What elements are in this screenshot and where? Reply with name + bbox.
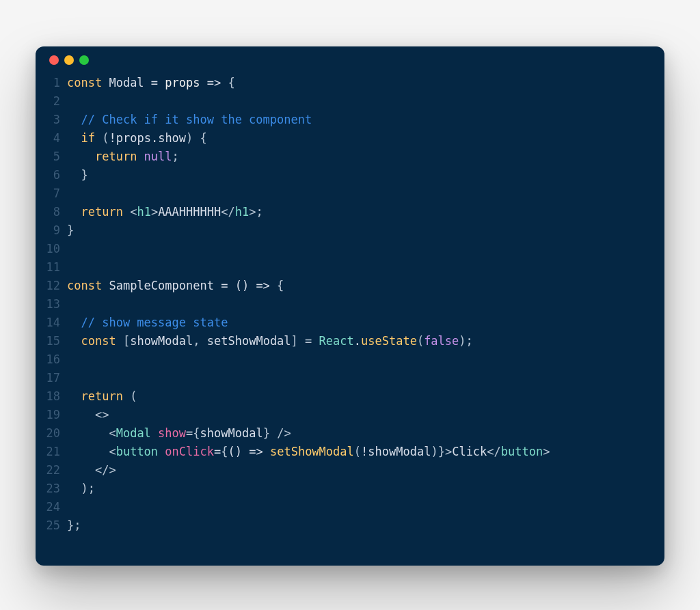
code-line[interactable]: );: [67, 480, 550, 498]
line-number: 25: [41, 516, 60, 535]
code-line[interactable]: <>: [67, 406, 550, 424]
line-number: 5: [41, 148, 60, 166]
line-number: 18: [41, 387, 60, 406]
line-number-gutter: 1234567891011121314151617181920212223242…: [41, 74, 63, 535]
code-line[interactable]: [67, 240, 550, 258]
code-line[interactable]: const SampleComponent = () => {: [67, 277, 550, 295]
line-number: 15: [41, 332, 60, 350]
code-line[interactable]: };: [67, 516, 550, 535]
line-number: 14: [41, 314, 60, 332]
line-number: 1: [41, 74, 60, 92]
line-number: 17: [41, 369, 60, 387]
line-number: 22: [41, 461, 60, 480]
code-line[interactable]: <Modal show={showModal} />: [67, 424, 550, 443]
line-number: 19: [41, 406, 60, 424]
line-number: 24: [41, 498, 60, 516]
code-line[interactable]: [67, 350, 550, 369]
code-line[interactable]: // show message state: [67, 314, 550, 332]
code-line[interactable]: const Modal = props => {: [67, 74, 550, 92]
minimize-icon[interactable]: [64, 55, 74, 65]
line-number: 20: [41, 424, 60, 443]
code-line[interactable]: <button onClick={() => setShowModal(!sho…: [67, 443, 550, 461]
code-content[interactable]: const Modal = props => { // Check if it …: [63, 74, 550, 535]
line-number: 13: [41, 295, 60, 314]
code-line[interactable]: [67, 369, 550, 387]
line-number: 9: [41, 221, 60, 240]
code-editor[interactable]: 1234567891011121314151617181920212223242…: [36, 74, 664, 543]
line-number: 10: [41, 240, 60, 258]
line-number: 6: [41, 166, 60, 184]
code-line[interactable]: const [showModal, setShowModal] = React.…: [67, 332, 550, 350]
line-number: 21: [41, 443, 60, 461]
window-titlebar: [36, 46, 664, 74]
line-number: 3: [41, 111, 60, 129]
line-number: 7: [41, 184, 60, 203]
line-number: 16: [41, 350, 60, 369]
code-line[interactable]: // Check if it show the component: [67, 111, 550, 129]
code-window: 1234567891011121314151617181920212223242…: [36, 46, 664, 566]
code-line[interactable]: return (: [67, 387, 550, 406]
code-line[interactable]: </>: [67, 461, 550, 480]
code-line[interactable]: return <h1>AAAHHHHHH</h1>;: [67, 203, 550, 221]
code-line[interactable]: [67, 92, 550, 111]
line-number: 23: [41, 480, 60, 498]
line-number: 4: [41, 129, 60, 148]
line-number: 2: [41, 92, 60, 111]
close-icon[interactable]: [49, 55, 59, 65]
line-number: 12: [41, 277, 60, 295]
code-line[interactable]: [67, 184, 550, 203]
code-line[interactable]: [67, 498, 550, 516]
line-number: 11: [41, 258, 60, 277]
code-line[interactable]: [67, 295, 550, 314]
zoom-icon[interactable]: [79, 55, 89, 65]
code-line[interactable]: [67, 258, 550, 277]
line-number: 8: [41, 203, 60, 221]
code-line[interactable]: }: [67, 166, 550, 184]
code-line[interactable]: }: [67, 221, 550, 240]
code-line[interactable]: if (!props.show) {: [67, 129, 550, 148]
code-line[interactable]: return null;: [67, 148, 550, 166]
